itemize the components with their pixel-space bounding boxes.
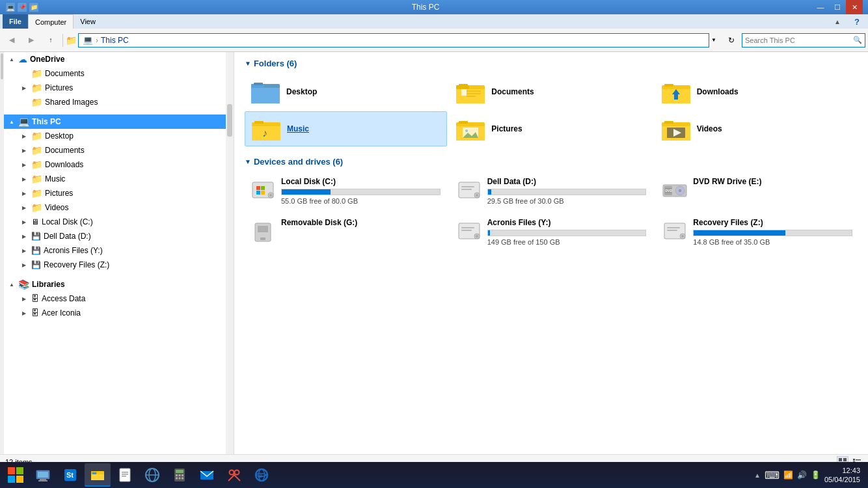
sidebar-item-videos[interactable]: ▶ 📁 Videos [17,200,234,215]
tab-view[interactable]: View [74,14,102,29]
videos-label: Videos [697,124,722,133]
sidebar-item-downloads[interactable]: ▶ 📁 Downloads [17,157,234,172]
minimize-button[interactable]: — [812,0,829,14]
folders-section-title: Folders (6) [254,59,297,68]
sidebar-item-music[interactable]: ▶ 📁 Music [17,172,234,186]
sidebar-scrollbar-thumb[interactable] [227,104,232,137]
sidebar-item-onedrive-pictures[interactable]: ▶ 📁 Pictures [17,81,234,95]
removable-disk-icon [250,218,276,244]
window-controls[interactable]: — ☐ ✕ [812,0,863,14]
sidebar-item-desktop[interactable]: ▶ 📁 Desktop [17,129,234,143]
thispc-label: This PC [32,117,61,126]
drive-item-y[interactable]: Acronis Files (Y:) 149 GB free of 150 GB [451,214,652,250]
acronis-free: 149 GB free of 150 GB [487,238,647,246]
search-box[interactable]: 🔍 [742,33,865,47]
search-input[interactable] [745,36,853,44]
expand-path-button[interactable]: ▼ [711,31,721,49]
taskbar-app-network[interactable] [30,463,56,487]
sidebar-item-onedrive-documents[interactable]: 📁 Documents [17,66,234,81]
drive-item-d[interactable]: Dell Data (D:) 29.5 GB free of 30.0 GB [451,173,652,209]
folder-item-documents[interactable]: Documents [450,75,652,109]
folder-icon: 📁 [31,159,42,170]
path-this-pc-icon: 💻 [83,35,93,45]
drive-item-c[interactable]: Local Disk (C:) 55.0 GB free of 80.0 GB [245,173,446,209]
sidebar-item-this-pc[interactable]: ▲ 💻 This PC [4,115,234,129]
tray-clock: 12:43 05/04/2015 [824,466,860,485]
folder-item-music[interactable]: ♪ Music [245,111,447,146]
taskbar-app-notepad[interactable] [112,463,138,487]
recovery-free: 14.8 GB free of 35.0 GB [693,238,852,246]
svg-rect-90 [122,476,126,477]
sidebar-item-acronis-y[interactable]: ▶ 💾 Acronis Files (Y:) [17,243,234,258]
drive-item-z[interactable]: Recovery Files (Z:) 14.8 GB free of 35.0… [657,214,858,250]
folder-icon: 📁 [31,174,42,184]
maximize-button[interactable]: ☐ [829,0,846,14]
tray-volume-icon[interactable]: 🔊 [797,470,807,480]
close-button[interactable]: ✕ [846,0,863,14]
expand-icon: ▶ [22,248,29,254]
expand-icon: ▶ [22,296,29,302]
svg-rect-73 [8,467,15,474]
back-button[interactable]: ◀ [3,31,21,49]
drive-icon: 💾 [31,260,41,269]
help-button[interactable]: ? [848,14,865,29]
local-disk-info: Local Disk (C:) 55.0 GB free of 80.0 GB [281,177,441,205]
dell-data-info: Dell Data (D:) 29.5 GB free of 30.0 GB [487,177,647,205]
devices-section-header[interactable]: ▼ Devices and drives (6) [245,157,858,167]
folder-item-desktop[interactable]: Desktop [245,75,447,109]
sidebar-item-dell-data-d[interactable]: ▶ 💾 Dell Data (D:) [17,229,234,243]
refresh-button[interactable]: ↻ [722,31,740,49]
title-bar: 💻 📌 📁 This PC — ☐ ✕ [0,0,868,14]
drives-grid: Local Disk (C:) 55.0 GB free of 80.0 GB [245,173,858,250]
svg-rect-8 [467,90,481,92]
forward-button[interactable]: ▶ [22,31,40,49]
svg-rect-62 [667,230,677,231]
folder-item-videos[interactable]: Videos [655,111,858,146]
drive-item-g[interactable]: Removable Disk (G:) [245,214,446,250]
sidebar-item-local-disk-c[interactable]: ▶ 🖥 Local Disk (C:) [17,215,234,229]
taskbar-app-mail[interactable] [194,463,220,487]
sidebar-item-libraries[interactable]: ▲ 📚 Libraries [4,277,234,291]
svg-rect-99 [176,478,178,480]
sidebar-item-access-data[interactable]: ▶ 🗄 Access Data [17,291,234,306]
svg-rect-36 [256,191,260,195]
sidebar-item-acer-iconia[interactable]: ▶ 🗄 Acer Iconia [17,306,234,320]
local-disk-bar-container [281,189,441,195]
sidebar-item-documents[interactable]: ▶ 📁 Documents [17,143,234,157]
tab-file[interactable]: File [3,14,28,29]
address-path[interactable]: 💻 › This PC [78,33,709,47]
taskbar-app-explorer[interactable] [85,463,111,487]
svg-text:e: e [259,472,262,479]
folders-section-header[interactable]: ▼ Folders (6) [245,59,858,68]
tray-chevron-icon[interactable]: ▲ [754,472,761,479]
start-button[interactable] [3,463,29,487]
sidebar-item-recovery-z[interactable]: ▶ 💾 Recovery Files (Z:) [17,258,234,272]
acronis-bar-container [487,230,647,236]
tab-computer[interactable]: Computer [28,14,74,29]
tray-network-icon[interactable]: 📶 [783,470,793,480]
devices-chevron-icon: ▼ [245,158,251,165]
svg-text:DVD: DVD [666,189,673,193]
sidebar-item-onedrive[interactable]: ▲ ☁ OneDrive [4,52,234,66]
drive-item-e[interactable]: DVD DVD RW Drive (E:) [657,173,858,209]
taskbar-app-ie[interactable]: e [249,463,275,487]
up-button[interactable]: ↑ [42,31,60,49]
libraries-expand-icon: ▲ [9,282,16,288]
documents-label: Documents [491,87,534,96]
svg-rect-11 [461,89,467,96]
sidebar-item-onedrive-shared-images[interactable]: 📁 Shared Images [17,95,234,109]
expand-icon: ▶ [22,262,29,268]
sidebar-scrollbar[interactable] [226,52,234,454]
folder-item-downloads[interactable]: Downloads [655,75,858,109]
tray-battery-icon[interactable]: 🔋 [811,470,821,480]
content-area: ▼ Folders (6) Desktop [234,52,868,454]
videos-folder-icon [660,116,692,142]
thispc-expand-icon: ▲ [9,119,16,125]
folder-item-pictures[interactable]: Pictures [450,111,652,146]
ribbon-collapse-button[interactable]: ▲ [829,14,846,29]
taskbar-app-network2[interactable] [139,463,165,487]
taskbar-app-calc[interactable] [167,463,193,487]
sidebar-item-pictures[interactable]: ▶ 📁 Pictures [17,186,234,200]
taskbar-app-scissors[interactable] [221,463,247,487]
taskbar-app-store[interactable]: St [57,463,83,487]
